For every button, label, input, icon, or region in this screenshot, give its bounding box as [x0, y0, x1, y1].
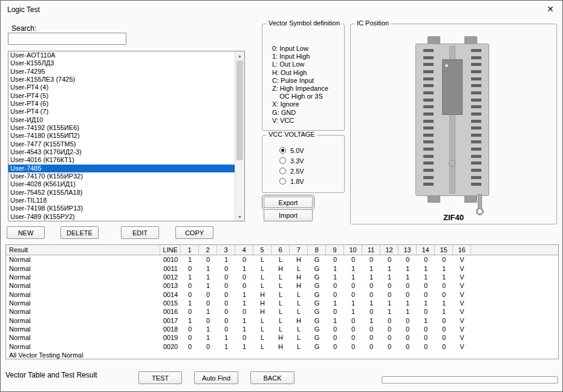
table-row[interactable]: Normal00160100HLLG0101101V	[6, 307, 558, 316]
pin-cell: 0	[362, 343, 380, 350]
table-row[interactable]: Normal00110101LHLG1111111V	[6, 264, 558, 272]
result-table-header: ResultLINE12345678910111213141516	[6, 245, 558, 255]
column-header[interactable]: 3	[217, 245, 235, 255]
back-button[interactable]: BACK	[250, 371, 295, 384]
list-item[interactable]: User-К155ЛЕ3 (7425)	[8, 76, 235, 83]
table-row[interactable]: Normal00200011LHLG0000000V	[6, 342, 558, 350]
list-item[interactable]: User-74198 (К155ИР13)	[8, 204, 235, 212]
list-item[interactable]: User-74295	[8, 68, 235, 76]
table-row[interactable]: Normal00130100LLHG0000000V	[6, 281, 558, 290]
import-button[interactable]: Import	[264, 209, 313, 221]
pin-cell: 1	[380, 308, 399, 315]
pin-cell: 0	[217, 291, 235, 298]
list-item[interactable]: User-74170 (К155ИР32)	[8, 172, 235, 180]
column-header[interactable]: 7	[290, 245, 308, 255]
auto-find-button[interactable]: Auto Find	[194, 371, 238, 384]
pin-cell: L	[253, 282, 272, 289]
list-item[interactable]: User-К155ЛД3	[8, 59, 235, 67]
pin-cell: H	[290, 282, 308, 289]
scroll-down-icon[interactable]: ▼	[235, 212, 244, 221]
list-item[interactable]: User-4016 (К176КТ1)	[8, 156, 235, 164]
list-item[interactable]: User-4028 (К561ИД1)	[8, 180, 235, 188]
device-list[interactable]: User-AOT110AUser-К155ЛД3User-74295User-К…	[8, 51, 245, 221]
pin-cell: H	[253, 291, 272, 298]
list-scrollbar[interactable]: ▲ ▼	[235, 51, 244, 221]
list-item[interactable]: User-7485	[8, 165, 235, 172]
column-header[interactable]: 5	[253, 245, 272, 255]
search-input[interactable]	[8, 33, 126, 45]
pin-cell: H	[272, 334, 290, 341]
list-item[interactable]: User-РТ4 (6)	[8, 100, 235, 108]
table-row[interactable]: Normal00180101LLLG0000000V	[6, 325, 558, 333]
new-button[interactable]: NEW	[7, 226, 45, 239]
column-header[interactable]: 10	[344, 245, 362, 255]
edit-button[interactable]: EDIT	[121, 226, 159, 239]
pin-cell: 0	[362, 256, 380, 263]
column-header[interactable]: 14	[417, 245, 435, 255]
pin-cell: 0	[399, 317, 417, 324]
column-header[interactable]: 8	[308, 245, 326, 255]
list-item[interactable]: User-4543 (К176ИД2-3)	[8, 148, 235, 156]
pin-cell: 0	[326, 308, 344, 315]
pin-cell: G	[308, 273, 326, 281]
test-button[interactable]: TEST	[138, 371, 182, 384]
pin-cell: V	[453, 256, 471, 263]
column-header[interactable]: 16	[453, 245, 471, 255]
pin-cell: 1	[326, 273, 344, 281]
pin-cell: 0	[326, 282, 344, 289]
pin-cell: 0	[217, 299, 235, 307]
vector-symbol-groupbox: Vector Symbol definition 0: Input Low1: …	[262, 24, 345, 131]
vcc-option-5.0V[interactable]: 5.0V	[279, 145, 304, 155]
pin-cell: G	[308, 299, 326, 307]
column-header[interactable]: 6	[272, 245, 290, 255]
vcc-option-1.8V[interactable]: 1.8V	[279, 176, 304, 186]
column-header[interactable]: 12	[380, 245, 399, 255]
table-row[interactable]: Normal00171001LLHG1010010V	[6, 316, 558, 324]
vcc-option-2.5V[interactable]: 2.5V	[279, 166, 304, 176]
list-item[interactable]: User-7489 (К155РУ2)	[8, 213, 235, 221]
list-item[interactable]: User-74180 (К155ИП2)	[8, 132, 235, 140]
column-header[interactable]: 2	[199, 245, 217, 255]
pin-cell: 0	[235, 273, 253, 281]
pin-cell: 0	[344, 325, 362, 333]
copy-button[interactable]: COPY	[175, 226, 213, 239]
list-item[interactable]: User-РТ4 (5)	[8, 92, 235, 100]
column-header[interactable]: 9	[326, 245, 344, 255]
list-item[interactable]: User-РТ4 (4)	[8, 83, 235, 91]
pin-cell: 0	[199, 256, 217, 263]
column-header[interactable]: LINE	[160, 245, 181, 255]
close-icon[interactable]: ✕	[547, 4, 554, 14]
list-item[interactable]: User-75452 (К155ЛА18)	[8, 189, 235, 197]
table-row[interactable]: Normal00101010LLHG0000000V	[6, 255, 558, 264]
scroll-up-icon[interactable]: ▲	[235, 51, 244, 60]
pin-cell: 0	[181, 308, 199, 315]
pin-cell: G	[308, 291, 326, 298]
vcc-option-3.3V[interactable]: 3.3V	[279, 155, 304, 166]
pin-cell: V	[453, 325, 471, 333]
column-header[interactable]: 11	[362, 245, 380, 255]
table-row[interactable]: Normal00140001HLLG0000000V	[6, 290, 558, 298]
list-item[interactable]: User-TIL118	[8, 197, 235, 204]
pin-cell: 0	[181, 343, 199, 350]
list-item[interactable]: User-ИД10	[8, 116, 235, 124]
pin-cell: 1	[235, 343, 253, 350]
table-row[interactable]: Normal00190110LHLG0000000V	[6, 333, 558, 342]
list-item[interactable]: User-AOT110A	[8, 51, 235, 59]
list-item[interactable]: User-7477 (К155ТМ5)	[8, 140, 235, 148]
pin-cell: 0	[417, 308, 435, 315]
delete-button[interactable]: DELETE	[60, 226, 99, 239]
column-header[interactable]: 1	[181, 245, 199, 255]
table-row[interactable]: Normal00121100LLHG1111111V	[6, 273, 558, 281]
pin-cell: G	[308, 334, 326, 341]
column-header[interactable]: 13	[399, 245, 417, 255]
column-header[interactable]: Result	[6, 245, 160, 255]
export-button[interactable]: Export	[264, 197, 313, 208]
list-item[interactable]: User-РТ4 (7)	[8, 108, 235, 116]
table-row[interactable]: Normal00151001HLLG1111111V	[6, 299, 558, 307]
pin-cell: G	[308, 308, 326, 315]
column-header[interactable]: 15	[435, 245, 453, 255]
pin-cell: 1	[380, 299, 399, 307]
scrollbar-thumb[interactable]	[236, 60, 243, 160]
list-item[interactable]: User-74192 (К155ИЕ6)	[8, 124, 235, 132]
column-header[interactable]: 4	[235, 245, 253, 255]
